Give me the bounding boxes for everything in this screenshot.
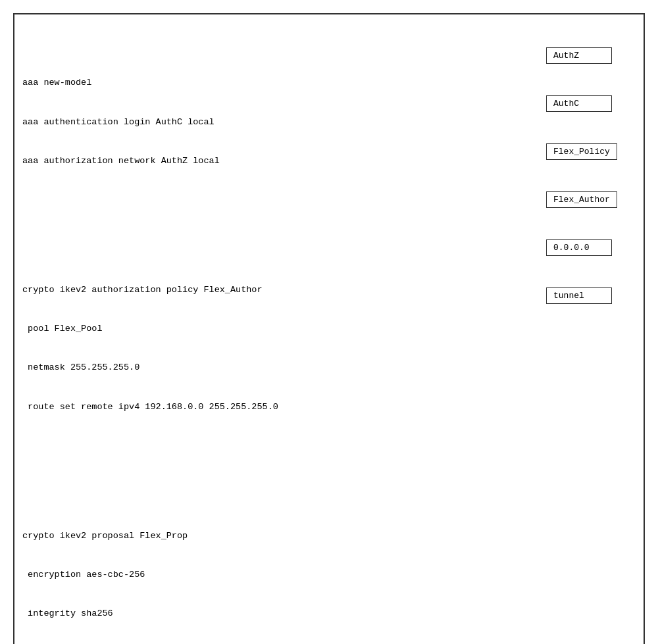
code-line: crypto ikev2 authorization policy Flex_A… bbox=[22, 284, 530, 297]
addr-sidebar-box: 0.0.0.0 bbox=[546, 239, 612, 256]
code-line: route set remote ipv4 192.168.0.0 255.25… bbox=[22, 400, 530, 413]
ikev2-authz-block: crypto ikev2 authorization policy Flex_A… bbox=[22, 258, 530, 439]
code-line: integrity sha256 bbox=[22, 607, 530, 620]
code-text: crypto ikev2 proposal Flex_Prop bbox=[22, 530, 188, 543]
aaa-block: aaa new-model aaa authentication login A… bbox=[22, 51, 530, 193]
code-text: netmask 255.255.255.0 bbox=[22, 361, 139, 374]
tunnel-sidebar-box: tunnel bbox=[546, 287, 612, 304]
code-text: crypto ikev2 authorization policy Flex_A… bbox=[22, 284, 263, 297]
authz-sidebar-box: AuthZ bbox=[546, 47, 612, 64]
code-text: aaa authentication login AuthC local bbox=[22, 116, 215, 129]
code-text: route set remote ipv4 192.168.0.0 255.25… bbox=[22, 401, 278, 414]
flex-author-sidebar-box: Flex_Author bbox=[546, 191, 617, 208]
code-line: aaa authentication login AuthC local bbox=[22, 115, 530, 128]
code-text: integrity sha256 bbox=[22, 607, 113, 620]
code-line: aaa authorization network AuthZ local bbox=[22, 155, 530, 168]
sidebar: AuthZ AuthC Flex_Policy Flex_Author 0.0.… bbox=[538, 14, 644, 644]
flex-policy-sidebar-box: Flex_Policy bbox=[546, 143, 617, 160]
ikev2-proposal-block: crypto ikev2 proposal Flex_Prop encrypti… bbox=[22, 504, 530, 644]
code-line: pool Flex_Pool bbox=[22, 322, 530, 335]
authc-sidebar-box: AuthC bbox=[546, 95, 612, 112]
code-line: crypto ikev2 proposal Flex_Prop bbox=[22, 530, 530, 543]
code-text: aaa authorization network AuthZ local bbox=[22, 155, 220, 168]
code-line: aaa new-model bbox=[22, 76, 530, 89]
code-line: encryption aes-cbc-256 bbox=[22, 568, 530, 582]
code-line: netmask 255.255.255.0 bbox=[22, 361, 530, 374]
code-text: aaa new-model bbox=[22, 76, 91, 89]
code-text: encryption aes-cbc-256 bbox=[22, 568, 145, 582]
main-container: aaa new-model aaa authentication login A… bbox=[13, 13, 645, 644]
code-text: pool Flex_Pool bbox=[22, 322, 103, 335]
code-area: aaa new-model aaa authentication login A… bbox=[14, 14, 538, 644]
